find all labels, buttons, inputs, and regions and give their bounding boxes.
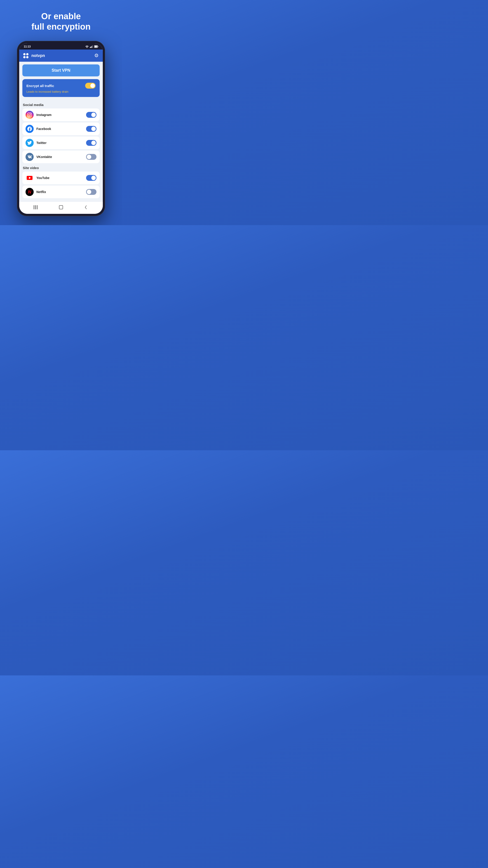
signal-icon [90,45,93,48]
svg-rect-3 [93,45,93,48]
status-time: 11:13 [24,45,31,48]
list-item: YouTube [22,172,100,184]
nav-back-button[interactable] [81,205,90,211]
logo-dot-3 [26,53,29,55]
headline-line1: Or enable [41,11,80,21]
app-logo: notvpn [23,53,45,58]
logo-icon [23,53,30,58]
status-bar: 11:13 [19,43,103,50]
list-item: Instagram [22,108,100,121]
encrypt-card: Encrypt all traffic Leads to increased b… [22,79,100,97]
nav-home-button[interactable] [57,205,66,211]
twitter-icon [26,139,34,147]
list-item: Twitter [22,136,100,149]
logo-dot-4 [26,56,29,58]
list-item: Facebook [22,123,100,135]
instagram-label: Instagram [36,113,84,117]
headline-line2: full encryption [31,22,91,31]
start-vpn-button[interactable]: Start VPN [22,64,100,76]
twitter-toggle[interactable] [86,140,96,146]
svg-rect-5 [98,46,98,47]
status-icons [85,45,98,48]
gear-icon[interactable]: ⚙ [94,53,99,59]
svg-rect-0 [90,47,91,48]
vk-toggle[interactable] [86,154,96,160]
nav-menu-button[interactable] [32,205,41,211]
instagram-toggle[interactable] [86,112,96,118]
list-item: VKontakte [22,151,100,163]
youtube-icon [26,174,34,182]
svg-rect-6 [95,46,97,48]
youtube-toggle[interactable] [86,175,96,181]
encrypt-label: Encrypt all traffic [26,84,54,88]
social-media-title: Social media [23,103,100,107]
netflix-label: Netflix [36,190,84,194]
svg-rect-9 [34,205,34,209]
svg-rect-2 [92,46,92,48]
netflix-icon: N [26,188,34,196]
instagram-icon [26,111,34,119]
encrypt-row: Encrypt all traffic [26,83,96,89]
start-vpn-label: Start VPN [52,68,70,72]
encrypt-toggle[interactable] [85,83,96,89]
twitter-label: Twitter [36,141,84,145]
netflix-toggle[interactable] [86,189,96,195]
vk-label: VKontakte [36,155,84,159]
wifi-icon [85,45,89,48]
bottom-nav [19,202,103,214]
svg-rect-10 [35,205,36,209]
phone-screen: 11:13 [19,43,103,214]
svg-rect-12 [59,206,63,209]
battery-icon [94,45,98,48]
facebook-icon [26,125,34,133]
vk-icon [26,153,34,161]
facebook-toggle[interactable] [86,126,96,132]
facebook-label: Facebook [36,127,84,131]
app-header: notvpn ⚙ [19,50,103,62]
logo-dot-2 [23,56,26,58]
content-area: Social media Instagram Facebook [19,98,103,202]
list-item: N Netflix [22,186,100,198]
encrypt-warning: Leads to increased battery drain [26,90,96,93]
svg-rect-1 [91,46,92,48]
headline: Or enable full encryption [31,11,91,32]
youtube-label: YouTube [36,176,84,180]
svg-rect-11 [37,205,37,209]
app-name: notvpn [31,53,45,58]
phone-notch [47,45,74,49]
phone-shell: 11:13 [17,41,105,216]
netflix-n-letter: N [28,189,31,195]
site-video-title: Site video [23,166,100,170]
logo-dot-1 [23,53,26,55]
